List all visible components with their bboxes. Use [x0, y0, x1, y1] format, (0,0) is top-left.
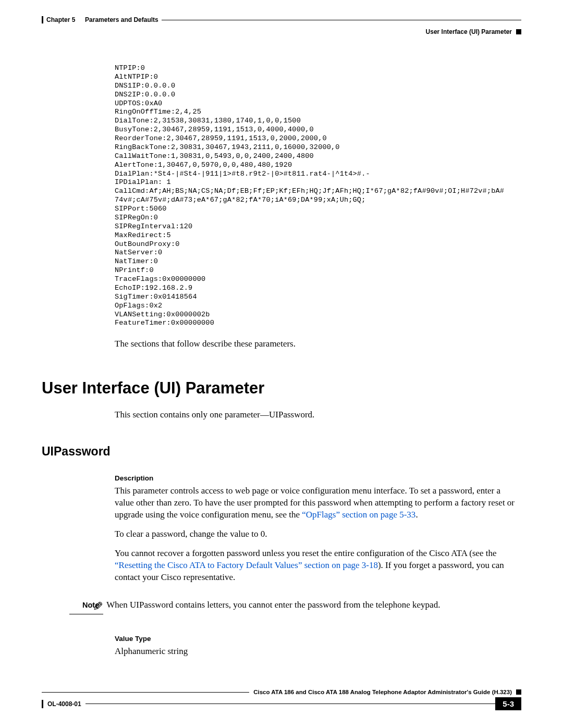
- note-rule: [69, 614, 103, 615]
- section-intro: This section contains only one parameter…: [115, 409, 521, 421]
- running-section-header: User Interface (UI) Parameter: [42, 28, 521, 35]
- note-block: ✎ Note When UIPassword contains letters,…: [42, 599, 521, 617]
- footer-square-icon: [516, 689, 521, 695]
- page-number: 5-3: [495, 697, 521, 710]
- header-hrule: [162, 20, 521, 20]
- header-rule-left: [42, 16, 43, 23]
- footer-doc-id: OL-4008-01: [47, 700, 81, 708]
- chapter-header: Chapter 5 Parameters and Defaults: [42, 16, 521, 24]
- section-title: User Interface (UI) Parameter: [42, 379, 521, 398]
- uipassword-p1: This parameter controls access to web pa…: [115, 485, 521, 521]
- footer-guide-title: Cisco ATA 186 and Cisco ATA 188 Analog T…: [253, 689, 512, 695]
- pencil-icon: ✎: [93, 600, 103, 613]
- note-text: When UIPassword contains letters, you ca…: [106, 599, 521, 611]
- uipassword-p2: To clear a password, change the value to…: [115, 528, 521, 540]
- uipassword-p3: You cannot recover a forgotten password …: [115, 548, 521, 584]
- description-label: Description: [115, 474, 521, 482]
- uipassword-p1-text-b: .: [415, 510, 418, 520]
- footer-vrule: [42, 700, 43, 708]
- page-footer: Cisco ATA 186 and Cisco ATA 188 Analog T…: [42, 689, 521, 710]
- config-code-block: NTPIP:0 AltNTPIP:0 DNS1IP:0.0.0.0 DNS2IP…: [115, 64, 521, 328]
- running-section-title: User Interface (UI) Parameter: [426, 28, 512, 35]
- opflags-link[interactable]: “OpFlags” section on page 5-33: [302, 510, 415, 520]
- factory-reset-link[interactable]: “Resetting the Cisco ATA to Factory Defa…: [115, 560, 378, 570]
- uipassword-title: UIPassword: [42, 445, 521, 459]
- footer-top-rule: [42, 692, 249, 693]
- chapter-title: Parameters and Defaults: [85, 16, 158, 23]
- chapter-number: Chapter 5: [46, 16, 75, 23]
- value-type: Alphanumeric string: [115, 646, 521, 658]
- value-type-label: Value Type: [115, 635, 521, 643]
- header-square-icon: [516, 29, 521, 34]
- uipassword-p3-text-a: You cannot recover a forgotten password …: [115, 548, 497, 558]
- note-icon-cell: ✎: [42, 599, 115, 617]
- footer-bottom-rule: [85, 704, 496, 704]
- intro-after-code: The sections that follow describe these …: [115, 338, 521, 350]
